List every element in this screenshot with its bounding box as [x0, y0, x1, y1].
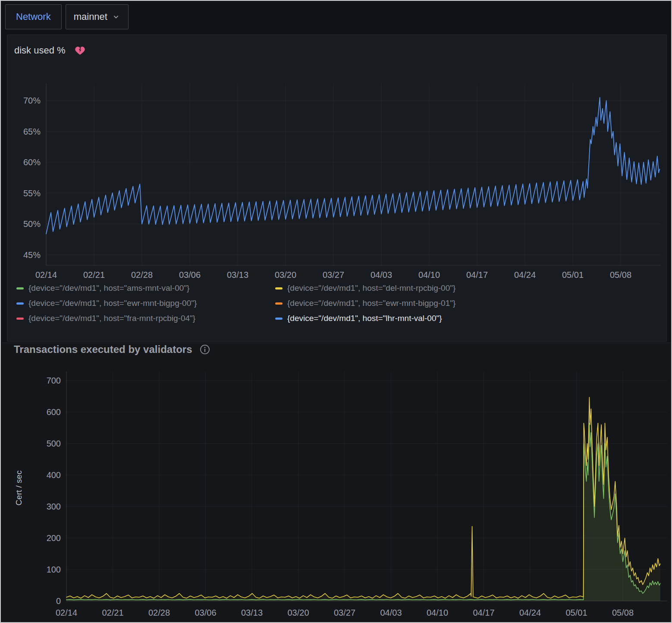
transactions-panel-title[interactable]: Transactions executed by validators: [14, 343, 192, 356]
legend-series-color: [275, 287, 283, 289]
x-axis-tick-label: 05/01: [562, 270, 584, 280]
disk-used-panel-title[interactable]: disk used %: [14, 45, 66, 56]
transactions-chart[interactable]: 02/1402/2102/2803/0603/1303/2003/2704/03…: [2, 368, 672, 623]
legend-series-label: {device="/dev/md1", host="lhr-mnt-val-00…: [287, 314, 442, 323]
y-axis-tick-label: 60%: [23, 157, 41, 167]
legend-item[interactable]: {device="/dev/md1", host="ewr-mnt-bigpg-…: [275, 299, 655, 308]
x-axis-tick-label: 03/20: [275, 270, 296, 280]
y-axis-tick-label: 300: [47, 502, 61, 511]
x-axis-tick-label: 03/27: [323, 270, 344, 280]
x-axis-tick-label: 02/21: [83, 270, 105, 280]
legend-item[interactable]: {device="/dev/md1", host="lhr-mnt-val-00…: [275, 314, 655, 323]
series-line: [66, 423, 660, 600]
network-variable-value: mainnet: [74, 11, 107, 22]
x-axis-tick-label: 04/24: [519, 608, 541, 617]
y-axis-tick-label: 70%: [23, 96, 41, 105]
legend-item[interactable]: {device="/dev/md1", host="del-mnt-rpcbig…: [275, 283, 655, 293]
x-axis-tick-label: 02/28: [131, 270, 153, 280]
x-axis-tick-label: 03/06: [179, 270, 201, 280]
y-axis-tick-label: 500: [47, 439, 61, 448]
series-area-fill: [66, 423, 660, 601]
series-area-fill: [66, 397, 660, 601]
disk-used-panel: disk used % 02/1402/2102/2803/0603/1303/…: [7, 35, 667, 342]
x-axis-tick-label: 03/20: [287, 608, 309, 617]
x-axis-tick-label: 03/27: [334, 608, 355, 617]
disk-used-chart[interactable]: 02/1402/2102/2803/0603/1303/2003/2704/03…: [7, 81, 667, 280]
grafana-dashboard: { "header": { "network_label": "Network"…: [0, 0, 672, 623]
y-axis-tick-label: 65%: [23, 127, 41, 136]
x-axis-tick-label: 04/03: [371, 270, 392, 280]
y-axis-tick-label: 45%: [23, 250, 41, 260]
legend-series-label: {device="/dev/md1", host="ewr-mnt-bigpg-…: [287, 299, 455, 308]
chevron-down-icon: [112, 13, 120, 21]
legend-series-color: [275, 318, 283, 320]
heartbreak-alert-icon: [74, 44, 86, 56]
x-axis-tick-label: 04/17: [473, 608, 494, 617]
legend-series-label: {device="/dev/md1", host="del-mnt-rpcbig…: [287, 283, 455, 293]
x-axis-tick-label: 04/10: [427, 608, 448, 617]
x-axis-tick-label: 04/03: [380, 608, 402, 617]
legend-series-color: [16, 318, 24, 320]
x-axis-tick-label: 03/13: [241, 608, 263, 617]
legend-series-color: [275, 302, 283, 305]
x-axis-tick-label: 04/24: [514, 270, 536, 280]
y-axis-tick-label: 50%: [23, 219, 41, 229]
legend-series-color: [16, 302, 24, 305]
x-axis-tick-label: 02/14: [56, 608, 77, 617]
y-axis-tick-label: 700: [47, 376, 61, 385]
legend-series-color: [16, 287, 24, 289]
x-axis-tick-label: 05/01: [565, 608, 587, 617]
x-axis-tick-label: 04/17: [466, 270, 488, 280]
network-variable-dropdown[interactable]: mainnet: [66, 4, 129, 29]
legend-item[interactable]: {device="/dev/md1", host="ewr-mnt-bigpg-…: [16, 299, 275, 308]
x-axis-tick-label: 03/06: [195, 608, 216, 617]
x-axis-tick-label: 05/08: [610, 270, 631, 280]
legend-series-label: {device="/dev/md1", host="fra-mnt-rpcbig…: [28, 314, 195, 323]
disk-used-legend: {device="/dev/md1", host="ams-mnt-val-00…: [16, 283, 655, 323]
x-axis-tick-label: 02/21: [102, 608, 123, 617]
x-axis-tick-label: 03/13: [227, 270, 248, 280]
dashboard-variable-controls: Network mainnet: [5, 4, 129, 29]
legend-series-label: {device="/dev/md1", host="ams-mnt-val-00…: [28, 283, 189, 293]
x-axis-tick-label: 02/14: [35, 270, 57, 280]
y-axis-tick-label: 400: [47, 470, 61, 480]
series-line: [46, 98, 659, 234]
x-axis-tick-label: 02/28: [148, 608, 170, 617]
y-axis-tick-label: 0: [56, 596, 61, 606]
y-axis-tick-label: 600: [47, 407, 61, 417]
legend-item[interactable]: {device="/dev/md1", host="ams-mnt-val-00…: [16, 283, 275, 293]
transactions-panel: Transactions executed by validators Cert…: [2, 343, 672, 623]
y-axis-tick-label: 55%: [23, 189, 41, 198]
info-circle-icon[interactable]: [199, 344, 210, 355]
x-axis-tick-label: 04/10: [418, 270, 440, 280]
network-variable-label[interactable]: Network: [5, 4, 62, 29]
y-axis-tick-label: 200: [47, 533, 61, 543]
y-axis-tick-label: 100: [47, 565, 61, 574]
legend-item[interactable]: {device="/dev/md1", host="fra-mnt-rpcbig…: [16, 314, 275, 323]
x-axis-tick-label: 05/08: [612, 608, 634, 617]
series-line: [66, 397, 660, 598]
legend-series-label: {device="/dev/md1", host="ewr-mnt-bigpg-…: [28, 299, 197, 308]
